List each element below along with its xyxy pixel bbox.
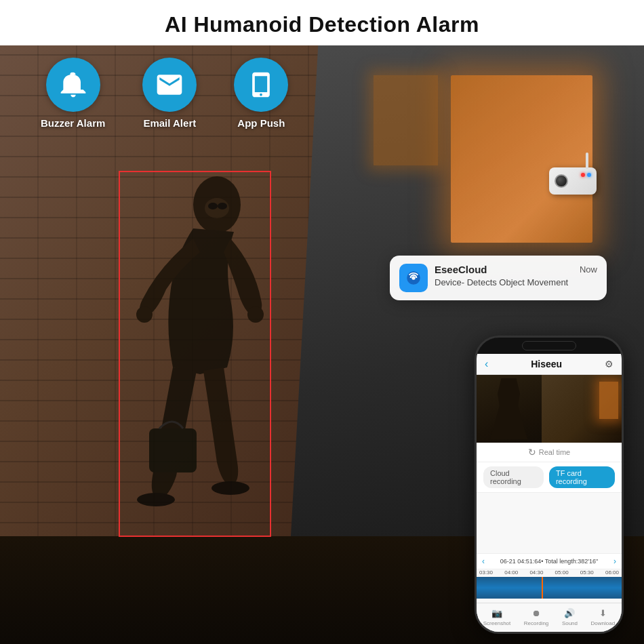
notification-app-name: EseeCloud <box>435 264 487 275</box>
camera-lights <box>581 173 591 177</box>
svg-point-0 <box>71 80 75 85</box>
phone-nav-next[interactable]: › <box>613 557 616 566</box>
notification-header: EseeCloud Now <box>435 264 597 275</box>
phone-icon <box>246 70 276 100</box>
phone-screen: ‹ Hiseeu ⚙ ↻ Real time <box>477 354 622 632</box>
svg-point-8 <box>208 203 218 209</box>
phone-bottom-recording[interactable]: ⏺ Recording <box>524 607 548 626</box>
alarm-icon <box>58 70 88 100</box>
app-push-label: App Push <box>237 117 285 129</box>
buzzer-alarm-circle <box>46 58 100 112</box>
phone-bottom-bar: 📷 Screenshot ⏺ Recording 🔊 Sound ⬇ Downl… <box>477 603 622 632</box>
phone-date-text: 06-21 04:51:64• Total length:382'16" <box>500 558 599 565</box>
phone-timeline[interactable] <box>477 577 622 599</box>
camera-body <box>549 167 597 195</box>
timeline-labels: 03:30 04:00 04:30 05:00 05:30 06:00 <box>477 569 622 576</box>
svg-point-9 <box>218 203 227 209</box>
svg-rect-6 <box>149 428 197 472</box>
notch-pill <box>522 341 576 350</box>
page-title: AI Humanoid Detection Alarm <box>0 12 644 37</box>
camera-light-red <box>581 173 585 177</box>
phone-figure-silhouette <box>490 378 527 439</box>
phone-bottom-screenshot[interactable]: 📷 Screenshot <box>483 607 510 626</box>
svg-point-11 <box>411 276 415 279</box>
phone-realtime-section: ↻ Real time <box>477 443 622 462</box>
notification-content: EseeCloud Now Device- Detects Object Mov… <box>435 264 597 287</box>
phone-date-bar: ‹ 06-21 04:51:64• Total length:382'16" › <box>477 553 622 569</box>
realtime-label: Real time <box>539 448 570 456</box>
main-area: Buzzer Alarm Email Alert App Push <box>0 45 644 644</box>
burglar-silhouette <box>105 164 281 550</box>
phone-app-title: Hiseeu <box>531 359 562 369</box>
camera-antenna <box>586 153 588 169</box>
phone-back-button[interactable]: ‹ <box>485 358 488 370</box>
notification-app-icon <box>399 264 428 292</box>
notification-time: Now <box>580 264 597 275</box>
svg-point-4 <box>137 493 175 506</box>
phone-camera-feed <box>477 375 622 443</box>
timeline-label-3: 05:00 <box>555 569 569 576</box>
sound-icon: 🔊 <box>563 607 576 619</box>
download-label: Download <box>591 620 616 626</box>
app-push-circle <box>234 58 288 112</box>
sound-label: Sound <box>562 620 578 626</box>
download-icon: ⬇ <box>597 607 609 619</box>
eseecloud-icon <box>405 269 422 287</box>
window-glow <box>451 75 592 243</box>
phone-bottom-download[interactable]: ⬇ Download <box>591 607 616 626</box>
timeline-label-0: 03:30 <box>479 569 493 576</box>
page-container: AI Humanoid Detection Alarm <box>0 0 644 644</box>
tab-tf-recording[interactable]: TF card recording <box>549 466 615 488</box>
recording-label: Recording <box>524 620 548 626</box>
phone-settings-button[interactable]: ⚙ <box>605 359 613 369</box>
svg-point-3 <box>247 306 264 323</box>
screenshot-label: Screenshot <box>483 620 510 626</box>
svg-point-2 <box>136 306 153 323</box>
phone-camera-inner <box>477 375 622 443</box>
timeline-label-2: 04:30 <box>529 569 543 576</box>
phone-mockup: ‹ Hiseeu ⚙ ↻ Real time <box>475 336 624 634</box>
email-alert-circle <box>142 58 197 112</box>
screenshot-icon: 📷 <box>491 607 503 619</box>
phone-recording-tabs: Cloud recording TF card recording <box>477 462 622 493</box>
tab-cloud-recording[interactable]: Cloud recording <box>483 466 544 488</box>
timeline-marker <box>542 577 543 599</box>
notification-popup: EseeCloud Now Device- Detects Object Mov… <box>390 256 607 300</box>
phone-notch <box>477 338 622 354</box>
email-icon <box>155 70 184 100</box>
camera-device <box>549 167 610 212</box>
phone-timeline-area: ‹ 06-21 04:51:64• Total length:382'16" ›… <box>477 493 622 603</box>
app-push-item: App Push <box>234 58 288 129</box>
header: AI Humanoid Detection Alarm <box>0 0 644 45</box>
camera-lens <box>555 174 568 188</box>
camera-light-blue <box>587 173 591 177</box>
timeline-label-5: 06:00 <box>605 569 619 576</box>
phone-bottom-sound[interactable]: 🔊 Sound <box>562 607 578 626</box>
realtime-icon: ↻ <box>528 447 536 458</box>
window-glow2 <box>374 75 438 165</box>
buzzer-alarm-item: Buzzer Alarm <box>41 58 105 129</box>
phone-header-bar: ‹ Hiseeu ⚙ <box>477 354 622 375</box>
email-alert-item: Email Alert <box>142 58 197 129</box>
notification-message: Device- Detects Object Movement <box>435 277 597 287</box>
timeline-label-1: 04:00 <box>504 569 518 576</box>
features-icons-row: Buzzer Alarm Email Alert App Push <box>41 58 288 129</box>
buzzer-alarm-label: Buzzer Alarm <box>41 117 105 129</box>
email-alert-label: Email Alert <box>143 117 196 129</box>
recording-icon: ⏺ <box>530 607 542 619</box>
svg-point-5 <box>212 481 249 495</box>
phone-nav-prev[interactable]: ‹ <box>482 557 485 566</box>
timeline-label-4: 05:30 <box>580 569 594 576</box>
